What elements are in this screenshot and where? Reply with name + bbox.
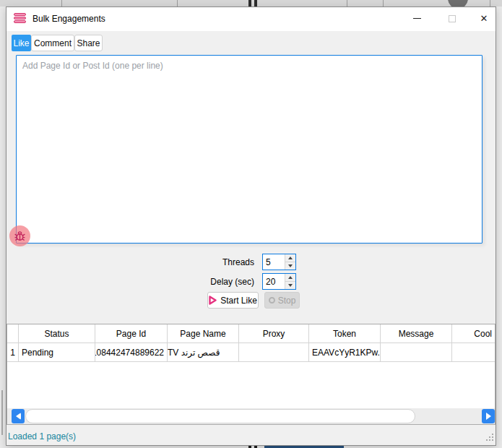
play-icon (209, 296, 217, 305)
background-gridline (347, 0, 347, 7)
bulk-engagements-window: Bulk Engagements ✕ Like Comment Share Th… (6, 7, 496, 446)
threads-spin-down[interactable] (285, 262, 295, 270)
delay-label: Delay (sec) (175, 277, 254, 287)
title-bar[interactable]: Bulk Engagements ✕ (7, 7, 495, 31)
column-header-cool[interactable]: Cool (452, 324, 495, 343)
column-header-status[interactable]: Status (19, 324, 95, 343)
stop-icon (269, 297, 275, 303)
page-ids-input[interactable] (16, 55, 482, 244)
cell-message (381, 343, 452, 361)
table-row[interactable]: 1 Pending 108442474889622 قصص ترند TV EA… (7, 343, 495, 362)
cell-cool (452, 343, 495, 361)
tab-comment[interactable]: Comment (31, 35, 74, 51)
down-arrow-icon (288, 264, 293, 267)
delay-spin-down[interactable] (285, 281, 295, 289)
up-arrow-icon (288, 276, 293, 279)
column-header-page-id[interactable]: Page Id (95, 324, 168, 343)
down-arrow-icon (288, 284, 293, 287)
status-message: Loaded 1 page(s) (8, 431, 76, 441)
threads-spin-up[interactable] (285, 254, 295, 262)
cell-page-name: قصص ترند TV (168, 343, 239, 361)
background-cursor-mark (248, 0, 251, 7)
delay-spin-up[interactable] (285, 274, 295, 281)
minimize-icon (413, 18, 421, 19)
threads-spinner (262, 254, 296, 270)
bug-button[interactable] (9, 225, 30, 246)
threads-input[interactable] (263, 254, 285, 270)
start-like-button[interactable]: Start Like (207, 292, 259, 309)
cell-rownum: 1 (7, 343, 19, 361)
column-header-message[interactable]: Message (381, 324, 452, 343)
background-window-edge (1, 390, 3, 435)
cell-page-id: 108442474889622 (95, 343, 168, 361)
close-icon: ✕ (480, 14, 488, 23)
up-arrow-icon (288, 257, 293, 259)
scrollbar-thumb[interactable] (25, 409, 415, 423)
background-gridline (61, 0, 62, 7)
table-header-row: Status Page Id Page Name Proxy Token Mes… (7, 324, 495, 343)
bug-icon (14, 230, 26, 242)
cell-status: Pending (19, 343, 95, 361)
app-stack-icon (14, 13, 27, 25)
background-gridline (383, 0, 384, 7)
tab-like[interactable]: Like (12, 35, 31, 51)
background-cursor-mark (254, 0, 257, 7)
status-bar: Loaded 1 page(s) (7, 425, 495, 445)
cell-token: EAAVcYyR1KPw... (309, 343, 381, 361)
tab-share[interactable]: Share (74, 35, 103, 51)
scroll-right-button[interactable] (482, 409, 495, 423)
stop-button: Stop (264, 292, 300, 309)
stop-label: Stop (278, 296, 296, 306)
right-arrow-icon (486, 413, 491, 420)
delay-input[interactable] (263, 274, 285, 289)
scroll-left-button[interactable] (12, 409, 25, 423)
maximize-icon (449, 15, 456, 22)
background-window-strip (0, 0, 502, 7)
window-title: Bulk Engagements (33, 14, 105, 24)
column-header-rownum[interactable] (7, 324, 19, 343)
cell-proxy (239, 343, 309, 361)
horizontal-scrollbar[interactable] (7, 408, 495, 424)
delay-spinner (262, 273, 296, 290)
close-button[interactable]: ✕ (472, 7, 496, 30)
left-arrow-icon (16, 413, 21, 420)
column-header-token[interactable]: Token (309, 324, 381, 343)
maximize-button[interactable] (440, 7, 464, 30)
resize-grip[interactable] (486, 434, 493, 441)
column-header-proxy[interactable]: Proxy (239, 324, 309, 343)
minimize-button[interactable] (404, 7, 429, 30)
background-gridline (177, 0, 178, 7)
column-header-page-name[interactable]: Page Name (168, 324, 239, 343)
start-like-label: Start Like (220, 296, 257, 306)
background-gridline (490, 0, 490, 7)
threads-label: Threads (175, 257, 254, 267)
